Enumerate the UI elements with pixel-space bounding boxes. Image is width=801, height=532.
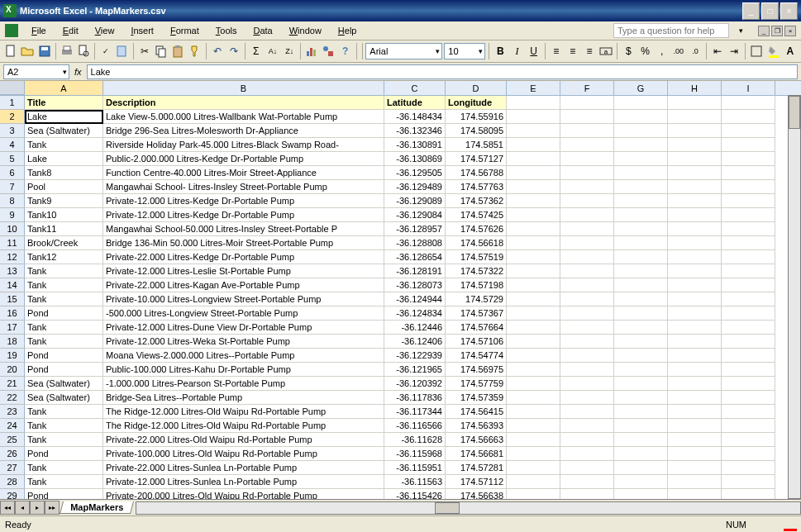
cell-F16[interactable]: [560, 306, 614, 321]
cell-C17[interactable]: -36.12446: [384, 321, 446, 335]
cell-A5[interactable]: Lake: [25, 152, 103, 166]
cell-I29[interactable]: [722, 489, 775, 499]
cell-A12[interactable]: Tank12: [25, 250, 103, 264]
undo-button[interactable]: ↶: [209, 42, 224, 60]
currency-button[interactable]: $: [621, 42, 636, 60]
cell-C23[interactable]: -36.117344: [384, 405, 446, 419]
cell-H23[interactable]: [668, 405, 722, 419]
cell-H10[interactable]: [668, 222, 722, 236]
cell-D28[interactable]: 174.57112: [446, 475, 507, 489]
cell-G21[interactable]: [614, 377, 668, 391]
cell-C26[interactable]: -36.115968: [384, 447, 446, 461]
col-header-A[interactable]: A: [25, 81, 103, 95]
cell-G1[interactable]: [614, 96, 668, 110]
menu-file[interactable]: File: [28, 24, 50, 37]
cell-F9[interactable]: [560, 208, 614, 222]
decrease-decimal-button[interactable]: .0: [688, 42, 703, 60]
cell-H1[interactable]: [668, 96, 722, 110]
cell-A25[interactable]: Tank: [25, 433, 103, 447]
cell-F27[interactable]: [560, 461, 614, 475]
cell-H14[interactable]: [668, 278, 722, 292]
new-button[interactable]: [3, 42, 18, 60]
cell-B16[interactable]: -500.000 Litres-Longview Street-Portable…: [103, 306, 384, 321]
merge-center-button[interactable]: a: [598, 42, 613, 60]
cell-I4[interactable]: [722, 138, 775, 152]
cell-H16[interactable]: [668, 306, 722, 321]
bold-button[interactable]: B: [493, 42, 508, 60]
cell-C4[interactable]: -36.130891: [384, 138, 446, 152]
cell-B6[interactable]: Function Centre-40.000 Litres-Moir Stree…: [103, 166, 384, 180]
row-header-6[interactable]: 6: [0, 166, 25, 180]
cell-C21[interactable]: -36.120392: [384, 377, 446, 391]
align-right-button[interactable]: ≡: [582, 42, 597, 60]
cell-F1[interactable]: [560, 96, 614, 110]
row-header-10[interactable]: 10: [0, 222, 25, 236]
cell-D7[interactable]: 174.57763: [446, 180, 507, 194]
cell-B26[interactable]: Private-100.000 Litres-Old Waipu Rd-Port…: [103, 447, 384, 461]
cell-A1[interactable]: Title: [25, 96, 103, 110]
cell-B28[interactable]: Private-12.000 Litres-Sunlea Ln-Portable…: [103, 475, 384, 489]
cell-C11[interactable]: -36.128808: [384, 236, 446, 250]
doc-restore[interactable]: ❐: [771, 26, 783, 36]
cell-E8[interactable]: [507, 194, 560, 208]
cell-D12[interactable]: 174.57519: [446, 250, 507, 264]
cell-E10[interactable]: [507, 222, 560, 236]
cell-B19[interactable]: Moana Views-2.000.000 Litres--Portable P…: [103, 349, 384, 363]
cell-A11[interactable]: Brook/Creek: [25, 236, 103, 250]
menu-window[interactable]: Window: [286, 24, 325, 37]
cell-D29[interactable]: 174.56638: [446, 489, 507, 499]
cell-E22[interactable]: [507, 391, 560, 405]
cell-G4[interactable]: [614, 138, 668, 152]
doc-close[interactable]: ×: [784, 26, 796, 36]
cell-I26[interactable]: [722, 447, 775, 461]
cell-A24[interactable]: Tank: [25, 419, 103, 433]
row-header-23[interactable]: 23: [0, 405, 25, 419]
cell-H9[interactable]: [668, 208, 722, 222]
cell-H12[interactable]: [668, 250, 722, 264]
row-header-15[interactable]: 15: [0, 292, 25, 306]
cell-E6[interactable]: [507, 166, 560, 180]
cell-B18[interactable]: Private-12.000 Litres-Weka St-Portable P…: [103, 335, 384, 349]
col-header-D[interactable]: D: [446, 81, 507, 95]
cell-B23[interactable]: The Ridge-12.000 Litres-Old Waipu Rd-Por…: [103, 405, 384, 419]
row-header-9[interactable]: 9: [0, 208, 25, 222]
cell-G14[interactable]: [614, 278, 668, 292]
cell-H5[interactable]: [668, 152, 722, 166]
cell-A13[interactable]: Tank: [25, 264, 103, 278]
cell-G5[interactable]: [614, 152, 668, 166]
vertical-scrollbar[interactable]: [788, 95, 801, 499]
cell-F7[interactable]: [560, 180, 614, 194]
doc-minimize[interactable]: _: [758, 26, 770, 36]
cell-E4[interactable]: [507, 138, 560, 152]
horizontal-scrollbar[interactable]: [136, 501, 801, 515]
increase-decimal-button[interactable]: .00: [671, 42, 686, 60]
select-all-corner[interactable]: [0, 81, 25, 95]
row-header-29[interactable]: 29: [0, 489, 25, 499]
cell-F12[interactable]: [560, 250, 614, 264]
cell-A17[interactable]: Tank: [25, 321, 103, 335]
row-header-5[interactable]: 5: [0, 152, 25, 166]
col-header-H[interactable]: H: [668, 81, 722, 95]
cell-E18[interactable]: [507, 335, 560, 349]
comma-button[interactable]: ,: [655, 42, 670, 60]
cell-H4[interactable]: [668, 138, 722, 152]
row-header-7[interactable]: 7: [0, 180, 25, 194]
print-preview-button[interactable]: [76, 42, 91, 60]
cell-C24[interactable]: -36.116566: [384, 419, 446, 433]
cell-A22[interactable]: Sea (Saltwater): [25, 391, 103, 405]
cell-E27[interactable]: [507, 461, 560, 475]
cell-G16[interactable]: [614, 306, 668, 321]
cell-B21[interactable]: -1.000.000 Litres-Pearson St-Portable Pu…: [103, 377, 384, 391]
cell-B22[interactable]: Bridge-Sea Litres--Portable Pump: [103, 391, 384, 405]
cell-G23[interactable]: [614, 405, 668, 419]
cell-B25[interactable]: Private-22.000 Litres-Old Waipu Rd-Porta…: [103, 433, 384, 447]
row-header-20[interactable]: 20: [0, 363, 25, 377]
cell-F13[interactable]: [560, 264, 614, 278]
row-header-14[interactable]: 14: [0, 278, 25, 292]
cell-A16[interactable]: Pond: [25, 306, 103, 321]
cell-A9[interactable]: Tank10: [25, 208, 103, 222]
cell-I14[interactable]: [722, 278, 775, 292]
col-header-I[interactable]: I: [722, 81, 775, 95]
cell-I15[interactable]: [722, 292, 775, 306]
cell-D2[interactable]: 174.55916: [446, 110, 507, 124]
